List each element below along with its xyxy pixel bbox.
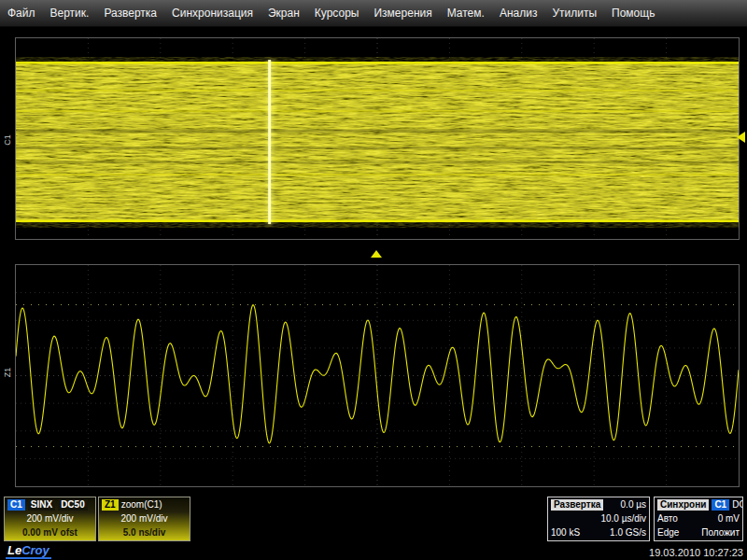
menu-item-[interactable]: Синхронизация [164,0,261,26]
c1-offset: 0.00 mV ofst [22,527,78,538]
c1-tab[interactable]: C1 [7,499,25,511]
z1-vertical-scale: 200 mV/div [120,513,167,524]
trigger-descriptor-box[interactable]: Синхрони C1 DC Авто 0 mV Edge Положит [654,497,743,541]
acquisition-grid-c1[interactable] [15,37,740,240]
timebase-delay: 0.0 µs [621,499,646,510]
menu-item-[interactable]: Вертик. [43,0,97,26]
timebase-descriptor-box[interactable]: Развертка 0.0 µs 10.0 µs/div 100 kS 1.0 … [547,497,650,541]
datetime-display: 19.03.2010 10:27:23 [649,547,743,558]
trigger-coupling: DC [732,499,743,510]
menu-bar: ФайлВертик.РазверткаСинхронизацияЭкранКу… [0,0,747,27]
trigger-title: Синхрони [657,499,709,511]
menu-item-[interactable]: Матем. [440,0,492,26]
c1-noise-band-trace [16,57,739,227]
menu-item-[interactable]: Развертка [96,0,164,26]
c1-vertical-scale: 200 mV/div [26,513,73,524]
trigger-type: Edge [657,527,679,538]
timebase-samples: 100 kS [551,527,580,538]
lecroy-logo: LeCroy [6,543,51,559]
menu-item-[interactable]: Курсоры [307,0,367,26]
zoom-grid-z1[interactable] [15,264,740,487]
trigger-slope: Положит [701,527,740,538]
z1-tab[interactable]: Z1 [102,499,119,511]
trigger-mode: Авто [657,513,678,524]
trigger-level-marker[interactable] [737,132,745,143]
menu-item-[interactable]: Помощь [604,0,662,26]
z1-function-label: zoom(C1) [121,499,162,510]
z1-trace-svg [16,265,739,486]
menu-item-[interactable]: Измерения [366,0,439,26]
graticule-grid [16,265,739,486]
c1-trace-svg [16,38,739,239]
timebase-rate: 1.0 GS/s [610,527,646,538]
trigger-level: 0 mV [718,513,740,524]
channel-label-c1: C1 [3,133,12,147]
timebase-title: Развертка [551,499,603,511]
z1-time-scale: 5.0 ns/div [123,527,166,538]
trigger-source: C1 [712,499,729,511]
menu-item-[interactable]: Утилиты [544,0,604,26]
z1-descriptor-box[interactable]: Z1 zoom(C1) 200 mV/div 5.0 ns/div [98,497,190,541]
c1-descriptor-box[interactable]: C1 SINX DC50 200 mV/div 0.00 mV ofst [4,497,96,541]
menu-item-[interactable]: Экран [261,0,307,26]
c1-function-label: SINX [28,499,55,511]
trigger-position-marker[interactable] [371,250,382,258]
menu-item-[interactable]: Файл [0,0,43,26]
c1-coupling-label: DC50 [58,499,88,511]
menu-item-[interactable]: Анализ [492,0,545,26]
timebase-scale: 10.0 µs/div [600,513,646,524]
channel-label-z1: Z1 [3,366,12,379]
